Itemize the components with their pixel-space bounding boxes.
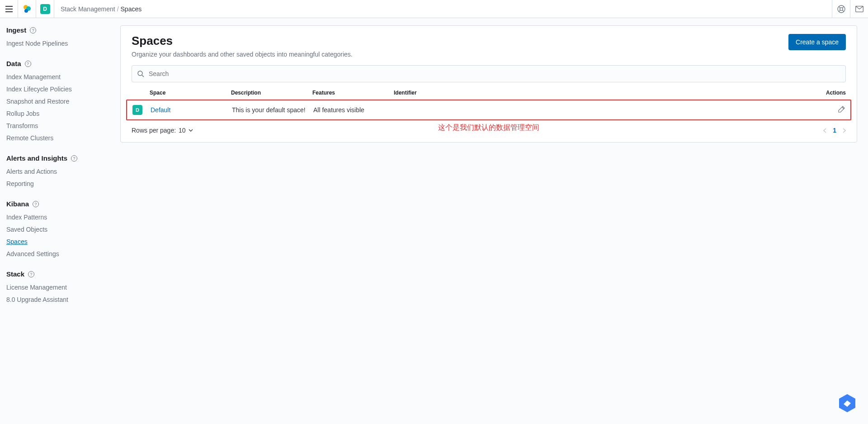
nav-item-index-lifecycle-policies[interactable]: Index Lifecycle Policies [6, 83, 113, 95]
layout: Ingest ? Ingest Node Pipelines Data ? In… [0, 18, 868, 317]
search-wrap [121, 58, 857, 82]
spaces-panel: Spaces Organize your dashboards and othe… [120, 25, 857, 143]
col-head-description[interactable]: Description [231, 90, 312, 96]
search-icon [137, 71, 144, 77]
top-header: D Stack Management / Spaces [0, 0, 868, 18]
cell-space: Default [151, 106, 232, 114]
info-icon[interactable]: ? [30, 27, 36, 33]
table-row: D Default This is your default space! Al… [126, 100, 851, 120]
nav-item-index-management[interactable]: Index Management [6, 71, 113, 83]
hamburger-icon [5, 6, 13, 12]
cell-avatar: D [132, 105, 151, 115]
spaces-table: Space Description Features Identifier Ac… [121, 82, 857, 120]
chevron-left-icon [823, 128, 826, 133]
chevron-down-icon [189, 129, 193, 132]
info-icon[interactable]: ? [25, 61, 31, 67]
nav-item-remote-clusters[interactable]: Remote Clusters [6, 132, 113, 144]
nav-section-data: Data ? [6, 60, 113, 67]
pagination: 1 [823, 127, 846, 134]
space-badge: D [40, 4, 50, 14]
nav-section-stack: Stack ? [6, 270, 113, 278]
nav-item-index-patterns[interactable]: Index Patterns [6, 211, 113, 224]
rows-per-page-value: 10 [179, 127, 186, 134]
svg-point-2 [24, 9, 28, 13]
annotation-text: 这个是我们默认的数据管理空间 [438, 123, 539, 133]
help-button[interactable] [832, 0, 850, 18]
main-content: Spaces Organize your dashboards and othe… [120, 18, 868, 317]
nav-item-transforms[interactable]: Transforms [6, 120, 113, 132]
col-head-actions: Actions [810, 90, 846, 96]
breadcrumb-separator: / [117, 5, 119, 13]
nav-item-rollup-jobs[interactable]: Rollup Jobs [6, 108, 113, 120]
nav-section-label: Stack [6, 270, 24, 278]
cell-description: This is your default space! [232, 106, 313, 114]
info-icon[interactable]: ? [71, 155, 77, 162]
nav-item-spaces[interactable]: Spaces [6, 236, 113, 248]
table-header: Space Description Features Identifier Ac… [126, 90, 851, 100]
nav-section-alerts: Alerts and Insights ? [6, 154, 113, 162]
svg-point-4 [840, 7, 842, 10]
rows-per-page-label: Rows per page: [132, 127, 176, 134]
nav-item-reporting[interactable]: Reporting [6, 178, 113, 190]
nav-section-label: Ingest [6, 26, 26, 34]
nav-section-ingest: Ingest ? [6, 26, 113, 34]
nav-section-label: Kibana [6, 200, 29, 208]
nav-section-label: Alerts and Insights [6, 154, 67, 162]
nav-item-license-management[interactable]: License Management [6, 281, 113, 294]
page-description: Organize your dashboards and other saved… [132, 51, 353, 58]
breadcrumb-parent[interactable]: Stack Management [61, 5, 115, 13]
elastic-logo-icon [23, 5, 32, 14]
create-space-button[interactable]: Create a space [788, 34, 846, 50]
info-icon[interactable]: ? [28, 271, 34, 277]
next-page-button[interactable] [843, 128, 846, 133]
nav-item-advanced-settings[interactable]: Advanced Settings [6, 248, 113, 260]
svg-point-6 [138, 71, 142, 76]
title-block: Spaces Organize your dashboards and othe… [132, 34, 353, 58]
edit-space-button[interactable] [809, 106, 845, 114]
nav-section-label: Data [6, 60, 21, 67]
page-title: Spaces [132, 34, 353, 48]
nav-section-kibana: Kibana ? [6, 200, 113, 208]
sidebar: Ingest ? Ingest Node Pipelines Data ? In… [0, 18, 120, 317]
menu-toggle-button[interactable] [0, 0, 18, 18]
col-head-features[interactable]: Features [312, 90, 394, 96]
nav-item-alerts-and-actions[interactable]: Alerts and Actions [6, 166, 113, 178]
space-name-link[interactable]: Default [151, 106, 170, 114]
lifebuoy-icon [837, 5, 845, 13]
page-number[interactable]: 1 [833, 127, 836, 134]
breadcrumb-current: Spaces [121, 5, 142, 13]
nav-item-ingest-node-pipelines[interactable]: Ingest Node Pipelines [6, 38, 113, 50]
mail-button[interactable] [850, 0, 868, 18]
mail-icon [855, 6, 863, 12]
col-head-identifier[interactable]: Identifier [394, 90, 810, 96]
nav-item-upgrade-assistant[interactable]: 8.0 Upgrade Assistant [6, 294, 113, 306]
col-head-avatar [132, 90, 150, 96]
panel-header: Spaces Organize your dashboards and othe… [121, 26, 857, 58]
info-icon[interactable]: ? [33, 201, 39, 207]
cell-features: All features visible [313, 106, 395, 114]
nav-item-saved-objects[interactable]: Saved Objects [6, 224, 113, 236]
pencil-icon [838, 106, 845, 113]
rows-per-page-selector[interactable]: Rows per page: 10 [132, 127, 193, 134]
breadcrumb: Stack Management / Spaces [54, 5, 142, 13]
svg-point-3 [838, 5, 845, 13]
nav-item-snapshot-and-restore[interactable]: Snapshot and Restore [6, 95, 113, 108]
space-selector[interactable]: D [36, 0, 54, 18]
col-head-space[interactable]: Space [150, 90, 231, 96]
search-box[interactable] [132, 65, 846, 82]
prev-page-button[interactable] [823, 128, 826, 133]
chevron-right-icon [843, 128, 846, 133]
search-input[interactable] [149, 70, 840, 77]
space-avatar: D [132, 105, 142, 115]
header-left: D Stack Management / Spaces [0, 0, 142, 18]
elastic-logo[interactable] [18, 0, 36, 18]
header-right [832, 0, 868, 18]
